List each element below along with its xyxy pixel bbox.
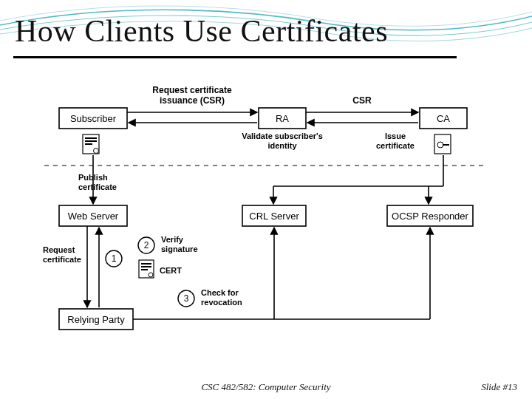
label-csr: CSR (352, 95, 372, 106)
step-1: 1 (106, 250, 122, 267)
node-ra: RA (259, 108, 306, 129)
node-crl-server: CRL Server (242, 205, 306, 226)
svg-point-7 (94, 149, 99, 154)
certificate-flow-diagram: Subscriber RA CA (30, 77, 502, 349)
slide: How Clients Use Certificates Subscriber … (0, 0, 532, 399)
svg-rect-6 (85, 143, 92, 145)
step-2: 2 (138, 237, 154, 253)
label-request-1: Request (43, 245, 75, 254)
svg-rect-30 (141, 269, 148, 270)
label-csr-request-1: Request certificate (152, 85, 232, 95)
label-revoke-1: Check for (201, 288, 239, 297)
node-subscriber: Subscriber (59, 108, 127, 129)
node-ca: CA (420, 108, 467, 129)
svg-point-31 (149, 273, 153, 277)
svg-rect-4 (85, 137, 97, 139)
svg-point-9 (437, 142, 443, 148)
label-issue-1: Issue (385, 132, 406, 140)
label-verify-1: Verify (161, 235, 184, 244)
title-underline (13, 56, 457, 58)
label-validate-1: Validate subscriber's (242, 132, 323, 140)
label-request-2: certificate (43, 255, 81, 264)
footer-course: CSC 482/582: Computer Security (201, 381, 330, 393)
svg-rect-5 (85, 140, 97, 142)
node-relying-label: Relying Party (67, 314, 125, 325)
cert-icon (83, 134, 99, 154)
label-issue-2: certificate (376, 141, 415, 150)
key-icon (434, 134, 451, 154)
cert-icon-2 (139, 260, 154, 278)
node-ra-label: RA (276, 113, 289, 124)
step-1-num: 1 (112, 253, 117, 264)
node-ocsp-responder: OCSP Responder (387, 205, 473, 226)
step-3: 3 (178, 290, 194, 307)
svg-rect-28 (141, 263, 151, 265)
step-2-num: 2 (144, 240, 149, 250)
node-ca-label: CA (437, 113, 450, 124)
node-ocsp-label: OCSP Responder (392, 211, 468, 222)
label-csr-request-2: issuance (CSR) (160, 95, 225, 106)
svg-rect-29 (141, 266, 151, 267)
node-web-server: Web Server (59, 205, 127, 226)
slide-title: How Clients Use Certificates (15, 13, 388, 49)
label-validate-2: identity (267, 141, 297, 150)
node-crl-server-label: CRL Server (249, 211, 299, 222)
svg-rect-10 (443, 144, 449, 146)
label-publish-1: Publish (78, 173, 108, 182)
label-verify-2: signature (161, 245, 198, 253)
label-publish-2: certificate (78, 183, 117, 191)
node-relying-party: Relying Party (59, 309, 133, 330)
label-revoke-2: revocation (201, 298, 242, 307)
footer-slide-number: Slide #13 (481, 381, 517, 393)
label-cert: CERT (160, 266, 182, 275)
node-web-server-label: Web Server (68, 211, 119, 222)
node-subscriber-label: Subscriber (70, 113, 117, 124)
step-3-num: 3 (184, 293, 189, 304)
